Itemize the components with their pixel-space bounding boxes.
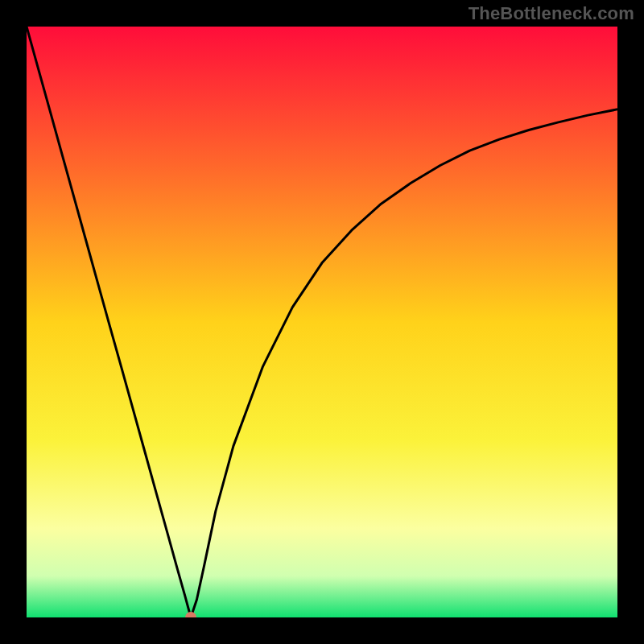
- plot-area: [27, 27, 617, 617]
- gradient-background: [27, 27, 617, 617]
- watermark-text: TheBottleneck.com: [469, 3, 634, 24]
- plot-svg: [27, 27, 617, 617]
- chart-frame: TheBottleneck.com: [0, 0, 644, 644]
